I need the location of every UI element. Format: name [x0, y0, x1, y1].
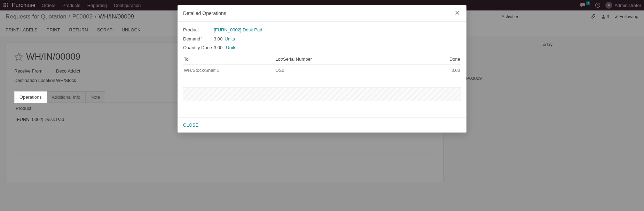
qty-done-qty: 3.00: [214, 45, 222, 50]
modal-header: Detailed Operations: [178, 5, 466, 22]
close-icon[interactable]: [455, 10, 461, 16]
demand-help-icon[interactable]: ?: [200, 36, 202, 39]
product-link[interactable]: [FURN_0002] Desk Pad: [214, 27, 262, 32]
col-lot: Lot/Serial Number: [275, 54, 440, 65]
modal-title: Detailed Operations: [183, 10, 455, 16]
col-to: To: [183, 54, 275, 65]
modal-footer: CLOSE: [178, 117, 466, 133]
row-qty-done: Quantity Done 3.00 Units: [183, 45, 461, 50]
qty-done-label: Quantity Done: [183, 45, 214, 50]
modal-body: Product [FURN_0002] Desk Pad Demand? 3.0…: [178, 22, 466, 107]
cell-to: WH/Stock/Shelf 1: [183, 65, 275, 76]
demand-qty: 3.00: [214, 36, 222, 42]
striped-footer: [183, 87, 461, 101]
qty-done-unit[interactable]: Units: [226, 45, 236, 50]
col-done: Done: [440, 54, 461, 65]
modal-overlay[interactable]: Detailed Operations Product [FURN_0002] …: [0, 0, 644, 188]
cell-done: 3.00: [440, 65, 461, 76]
row-product: Product [FURN_0002] Desk Pad: [183, 27, 461, 32]
product-label: Product: [183, 27, 214, 32]
row-demand: Demand? 3.00 Units: [183, 36, 461, 42]
table-row[interactable]: WH/Stock/Shelf 1 DS2 3.00: [183, 65, 461, 76]
moves-table: To Lot/Serial Number Done WH/Stock/Shelf…: [183, 54, 461, 76]
demand-label: Demand?: [183, 36, 214, 42]
tab-operations[interactable]: Operations: [14, 91, 47, 103]
cell-lot: DS2: [275, 65, 440, 76]
detailed-operations-modal: Detailed Operations Product [FURN_0002] …: [178, 5, 466, 133]
close-button[interactable]: CLOSE: [183, 122, 198, 128]
demand-unit[interactable]: Units: [225, 36, 235, 42]
